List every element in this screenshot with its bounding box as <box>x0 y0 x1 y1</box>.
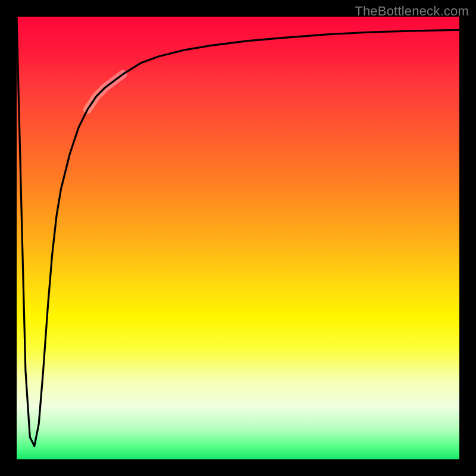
chart-frame: TheBottleneck.com <box>0 0 476 476</box>
watermark-text: TheBottleneck.com <box>355 4 469 19</box>
bottleneck-curve <box>17 17 459 446</box>
curve-highlight <box>87 74 123 110</box>
curve-layer <box>17 17 459 459</box>
